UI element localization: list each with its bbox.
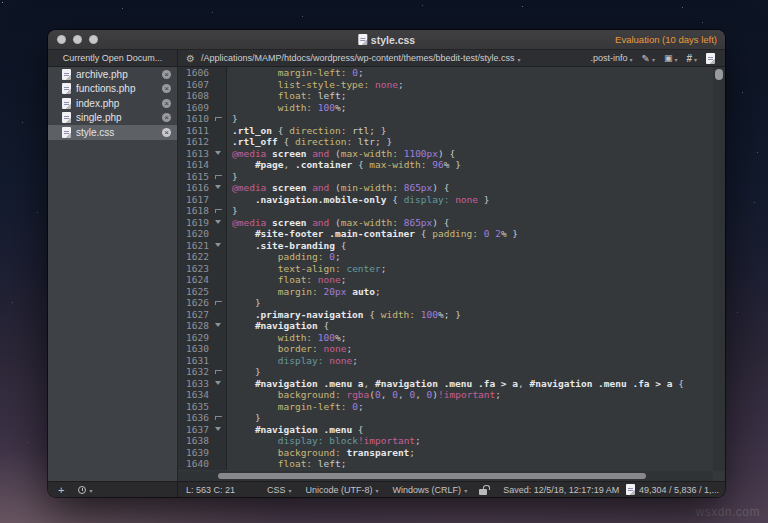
code-line[interactable]: 1633 #navigation .menu a, #navigation .m… (178, 378, 713, 390)
code-line[interactable]: 1616@media screen and (min-width: 865px)… (178, 182, 713, 194)
code-line[interactable]: 1640 float: left; (178, 458, 713, 470)
code-line[interactable]: 1630 border: none; (178, 343, 713, 355)
new-document-icon[interactable] (706, 53, 715, 64)
code-line[interactable]: 1628 #navigation { (178, 320, 713, 332)
file-path-menu[interactable]: /Applications/MAMP/htdocs/wordpress/wp-c… (201, 53, 521, 63)
code-line[interactable]: 1609 width: 100%; (178, 102, 713, 114)
code-line[interactable]: 1626 } (178, 297, 713, 309)
code-text: #navigation .menu { (227, 424, 364, 436)
code-line[interactable]: 1606 margin-left: 0; (178, 67, 713, 79)
line-number: 1639 (178, 447, 212, 459)
code-line[interactable]: 1627 .primary-navigation { width: 100%; … (178, 309, 713, 321)
pencil-icon: ✎ (641, 53, 649, 64)
recent-documents-menu[interactable]: ▾ (78, 486, 92, 494)
line-number: 1622 (178, 251, 212, 263)
window-title-group: style.css (358, 34, 415, 46)
sidebar-file-item[interactable]: style.css× (48, 125, 177, 140)
code-line[interactable]: 1620 #site-footer .main-container { padd… (178, 228, 713, 240)
code-line[interactable]: 1638 display: block!important; (178, 435, 713, 447)
code-line[interactable]: 1607 list-style-type: none; (178, 79, 713, 91)
horizontal-scrollbar[interactable] (178, 471, 713, 481)
code-line[interactable]: 1615} (178, 171, 713, 183)
line-endings-popup[interactable]: Windows (CRLF) ▾ (393, 485, 468, 495)
code-line[interactable]: 1632 } (178, 366, 713, 378)
close-window-button[interactable] (57, 35, 66, 44)
fold-marker[interactable] (212, 424, 227, 436)
fold-marker[interactable] (212, 217, 227, 229)
line-number: 1618 (178, 205, 212, 217)
code-line[interactable]: 1622 padding: 0; (178, 251, 713, 263)
code-lines[interactable]: 1606 margin-left: 0;1607 list-style-type… (178, 67, 713, 471)
file-name: archive.php (76, 69, 157, 80)
code-line[interactable]: 1613@media screen and (max-width: 1100px… (178, 148, 713, 160)
code-line[interactable]: 1631 display: none; (178, 355, 713, 367)
minimize-window-button[interactable] (73, 35, 82, 44)
code-line[interactable]: 1621 .site-branding { (178, 240, 713, 252)
vertical-scrollbar-thumb[interactable] (715, 69, 723, 80)
vertical-scrollbar[interactable] (713, 67, 725, 471)
file-icon (62, 127, 71, 138)
fold-marker[interactable] (212, 320, 227, 332)
code-line[interactable]: 1624 float: none; (178, 274, 713, 286)
counter-menu[interactable]: # ▾ (686, 53, 697, 64)
markers-menu[interactable]: ✎ ▾ (641, 53, 654, 64)
code-line[interactable]: 1608 float: left; (178, 90, 713, 102)
close-file-icon[interactable]: × (162, 84, 171, 93)
close-file-icon[interactable]: × (162, 99, 171, 108)
code-text: .site-branding { (227, 240, 346, 252)
close-file-icon[interactable]: × (162, 70, 171, 79)
close-file-icon[interactable]: × (162, 113, 171, 122)
line-number: 1607 (178, 79, 212, 91)
code-line[interactable]: 1629 width: 100%; (178, 332, 713, 344)
code-line[interactable]: 1623 text-align: center; (178, 263, 713, 275)
line-number: 1638 (178, 435, 212, 447)
code-line[interactable]: 1634 background: rgba(0, 0, 0, 0)!import… (178, 389, 713, 401)
code-line[interactable]: 1635 margin-left: 0; (178, 401, 713, 413)
add-document-button[interactable]: + (58, 484, 64, 496)
code-line[interactable]: 1610} (178, 113, 713, 125)
code-text: width: 100%; (227, 332, 346, 344)
code-line[interactable]: 1636 } (178, 412, 713, 424)
fold-marker[interactable] (212, 182, 227, 194)
sidebar-file-item[interactable]: functions.php× (48, 82, 177, 97)
code-line[interactable]: 1619@media screen and (max-width: 865px)… (178, 217, 713, 229)
code-line[interactable]: 1625 margin: 20px auto; (178, 286, 713, 298)
sidebar-file-item[interactable]: single.php× (48, 111, 177, 126)
fold-marker[interactable] (212, 297, 227, 309)
fold-marker[interactable] (212, 378, 227, 390)
documents-menu[interactable]: ▣ ▾ (664, 53, 678, 63)
code-line[interactable]: 1637 #navigation .menu { (178, 424, 713, 436)
lock-icon[interactable] (479, 485, 487, 495)
fold-marker[interactable] (212, 366, 227, 378)
line-number: 1627 (178, 309, 212, 321)
horizontal-scrollbar-thumb[interactable] (218, 473, 646, 479)
zoom-window-button[interactable] (89, 35, 98, 44)
code-text: display: none; (227, 355, 358, 367)
sidebar-file-item[interactable]: archive.php× (48, 67, 177, 82)
code-line[interactable]: 1639 background: transparent; (178, 447, 713, 459)
line-number: 1606 (178, 67, 212, 79)
language-popup[interactable]: CSS ▾ (267, 485, 292, 495)
line-number: 1608 (178, 90, 212, 102)
gear-icon[interactable]: ⚙ (186, 53, 195, 64)
fold-marker[interactable] (212, 171, 227, 183)
fold-marker[interactable] (212, 412, 227, 424)
function-popup[interactable]: .post-info ▾ (590, 53, 632, 63)
fold-marker[interactable] (212, 240, 227, 252)
code-line[interactable]: 1611.rtl_on { direction: rtl; } (178, 125, 713, 137)
fold-marker[interactable] (212, 205, 227, 217)
encoding-popup[interactable]: Unicode (UTF-8) ▾ (306, 485, 379, 495)
code-line[interactable]: 1618} (178, 205, 713, 217)
code-line[interactable]: 1612.rtl_off { direction: ltr; } (178, 136, 713, 148)
watermark: wsxdn.com (695, 505, 760, 519)
fold-marker[interactable] (212, 148, 227, 160)
sidebar-file-item[interactable]: index.php× (48, 96, 177, 111)
sidebar-header-menu[interactable]: Currently Open Docum... (48, 50, 178, 66)
close-file-icon[interactable]: × (162, 128, 171, 137)
code-editor[interactable]: 1606 margin-left: 0;1607 list-style-type… (178, 67, 725, 481)
code-line[interactable]: 1614 #page, .container { max-width: 96% … (178, 159, 713, 171)
fold-marker[interactable] (212, 113, 227, 125)
gutter-cell (212, 401, 227, 413)
code-line[interactable]: 1617 .navigation.mobile-only { display: … (178, 194, 713, 206)
gutter-cell (212, 343, 227, 355)
